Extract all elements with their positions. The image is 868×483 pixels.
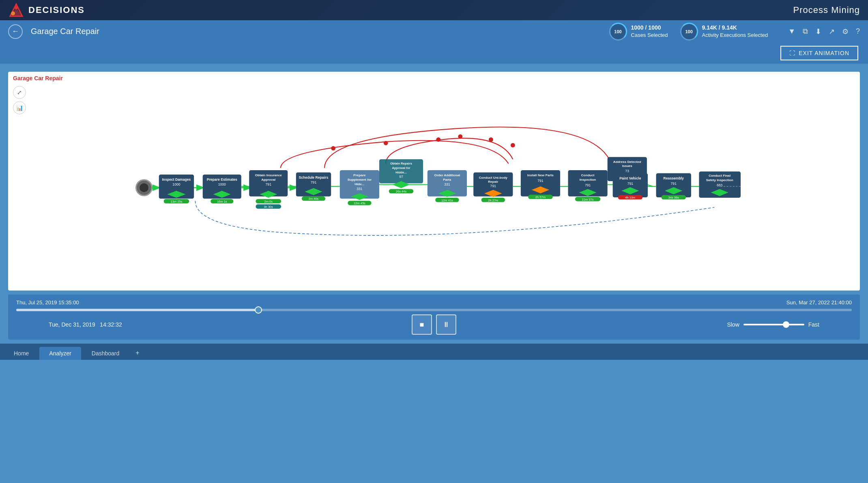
pause-button[interactable]: ⏸ (436, 314, 456, 335)
main-content: Garage Car Repair ⤢ 📊 (0, 64, 868, 344)
svg-text:16m 1s: 16m 1s (217, 200, 227, 203)
node-install-new-parts[interactable]: Install New Parts 791 2h 57m (521, 170, 560, 199)
back-button[interactable]: ← (8, 24, 23, 39)
cases-stat-text: 1000 / 1000 Cases Selected (631, 24, 668, 39)
svg-text:4h 10m: 4h 10m (625, 196, 635, 199)
svg-text:1000: 1000 (218, 182, 226, 186)
svg-point-8 (331, 146, 335, 151)
node-order-parts[interactable]: Order Additional Parts 331 12m 41s (428, 170, 467, 202)
svg-text:Conduct: Conduct (581, 173, 595, 177)
svg-text:Paint Vehicle: Paint Vehicle (619, 176, 641, 180)
page-module-title: Process Mining (793, 5, 860, 15)
svg-point-3 (15, 6, 18, 9)
timeline-dates: Thu, Jul 25, 2019 15:35:00 Sun, Mar 27, … (16, 299, 852, 306)
node-reassembly[interactable]: Reassembly 791 34s 38s (656, 173, 691, 200)
timeline-controls: Tue, Dec 31, 2019 14:32:32 ■ ⏸ Slow Fast (16, 314, 852, 335)
help-icon[interactable]: ? (856, 27, 860, 36)
svg-text:Inspection: Inspection (580, 178, 596, 182)
svg-text:Safety Inspection: Safety Inspection (706, 178, 733, 182)
svg-text:Obtain Repairs: Obtain Repairs (390, 162, 412, 165)
process-flow-svg: Inspect Damages 1000 13m 25s Prepare Est… (8, 72, 860, 291)
svg-text:34s 38s: 34s 38s (668, 196, 679, 199)
tab-home[interactable]: Home (4, 347, 39, 360)
node-conduct-unibody[interactable]: Conduct Uni-body Repair 791 2h 27m (473, 172, 513, 202)
timeline-thumb[interactable] (255, 306, 262, 314)
svg-text:3h 30s: 3h 30s (264, 205, 273, 209)
svg-text:Prepare Estimates: Prepare Estimates (207, 177, 237, 182)
copy-icon[interactable]: ⧉ (803, 27, 808, 36)
node-conduct-inspection[interactable]: Conduct Inspection 791 22m 37s (568, 170, 607, 201)
speed-slider[interactable] (743, 324, 804, 325)
tab-analyzer[interactable]: Analyzer (39, 347, 81, 360)
svg-text:2h 27m: 2h 27m (488, 199, 498, 202)
cases-percent-badge: 100 (609, 23, 627, 41)
timeline-area: Thu, Jul 25, 2019 15:35:00 Sun, Mar 27, … (8, 295, 860, 340)
svg-text:791: 791 (627, 182, 634, 186)
speed-label-slow: Slow (727, 321, 739, 328)
settings-icon[interactable]: ⚙ (842, 27, 849, 36)
svg-point-13 (458, 134, 462, 139)
svg-text:Install New Parts: Install New Parts (527, 173, 554, 177)
svg-text:1000: 1000 (172, 182, 180, 186)
svg-text:791: 791 (490, 184, 496, 188)
stop-button[interactable]: ■ (412, 314, 432, 335)
svg-text:Inspect Damages: Inspect Damages (162, 177, 191, 182)
timeline-slider[interactable] (16, 309, 852, 311)
page-title: Garage Car Repair (31, 27, 601, 36)
svg-text:Approval for: Approval for (392, 166, 410, 170)
node-prepare-supplement[interactable]: Prepare Supplement for Hide... 331 12m 4… (340, 170, 379, 205)
svg-text:2m 0s: 2m 0s (264, 200, 273, 203)
exit-animation-bar: ⛶ EXIT ANIMATION (0, 43, 868, 64)
node-schedule-repairs[interactable]: Schedule Repairs 791 2m 40s (296, 172, 331, 201)
svg-point-10 (436, 137, 440, 142)
sub-header: ← Garage Car Repair 100 1000 / 1000 Case… (0, 20, 868, 43)
node-inspect-damages[interactable]: Inspect Damages 1000 13m 25s (159, 175, 194, 203)
tab-dashboard[interactable]: Dashboard (82, 347, 129, 360)
svg-text:791: 791 (537, 179, 544, 183)
timeline-start-date: Thu, Jul 25, 2019 15:35:00 (16, 299, 79, 306)
svg-text:Hidde...: Hidde... (395, 171, 406, 174)
svg-text:Conduct Uni-body: Conduct Uni-body (479, 176, 508, 180)
app-header: DECISIONS Process Mining (0, 0, 868, 20)
speed-thumb[interactable] (783, 321, 789, 328)
timeline-fill (16, 309, 258, 311)
svg-point-2 (11, 11, 15, 15)
svg-text:Obtain Insurance: Obtain Insurance (255, 173, 282, 177)
cases-stat: 100 1000 / 1000 Cases Selected (609, 23, 668, 41)
svg-text:26s 44s: 26s 44s (396, 190, 407, 193)
svg-point-9 (384, 141, 388, 145)
svg-text:791: 791 (266, 182, 272, 186)
header-icons: ▼ ⧉ ⬇ ↗ ⚙ ? (788, 27, 860, 36)
svg-text:Parts: Parts (443, 178, 451, 182)
svg-text:22m 37s: 22m 37s (582, 198, 594, 201)
svg-text:331: 331 (444, 182, 450, 186)
svg-text:791: 791 (671, 182, 677, 186)
download-icon[interactable]: ⬇ (815, 27, 821, 36)
svg-text:Reassembly: Reassembly (664, 176, 684, 180)
exit-animation-icon: ⛶ (789, 50, 795, 56)
exit-animation-button[interactable]: ⛶ EXIT ANIMATION (780, 46, 858, 60)
svg-text:791: 791 (585, 183, 591, 187)
share-icon[interactable]: ↗ (829, 27, 835, 36)
node-paint-vehicle[interactable]: Paint Vehicle 791 4h 10m (613, 173, 648, 200)
speed-label-fast: Fast (808, 321, 819, 328)
node-obtain-repairs-approval[interactable]: Obtain Repairs Approval for Hidde... 97 … (379, 159, 423, 193)
stats-area: 100 1000 / 1000 Cases Selected 100 9.14K… (609, 23, 860, 41)
svg-text:97: 97 (399, 175, 403, 179)
node-obtain-insurance[interactable]: Obtain Insurance Approval 791 2m 0s 3h 3… (249, 170, 288, 209)
svg-text:Approval: Approval (261, 178, 275, 182)
svg-text:331: 331 (357, 187, 363, 191)
filter-icon[interactable]: ▼ (788, 27, 795, 36)
svg-text:791: 791 (311, 180, 317, 184)
bottom-tabs: Home Analyzer Dashboard + (0, 344, 868, 360)
process-canvas[interactable]: Garage Car Repair ⤢ 📊 (8, 72, 860, 291)
logo-area: DECISIONS (8, 2, 85, 18)
svg-text:Conduct Final: Conduct Final (709, 174, 730, 177)
node-conduct-final-inspection[interactable]: Conduct Final Safety Inspection 683 (699, 171, 741, 198)
svg-text:13m 25s: 13m 25s (170, 200, 182, 203)
node-prepare-estimates[interactable]: Prepare Estimates 1000 16m 1s (203, 175, 241, 203)
tab-add-button[interactable]: + (130, 346, 145, 360)
svg-text:2m 40s: 2m 40s (309, 197, 319, 201)
app-name: DECISIONS (28, 5, 85, 15)
svg-text:12m 41s: 12m 41s (441, 199, 453, 202)
